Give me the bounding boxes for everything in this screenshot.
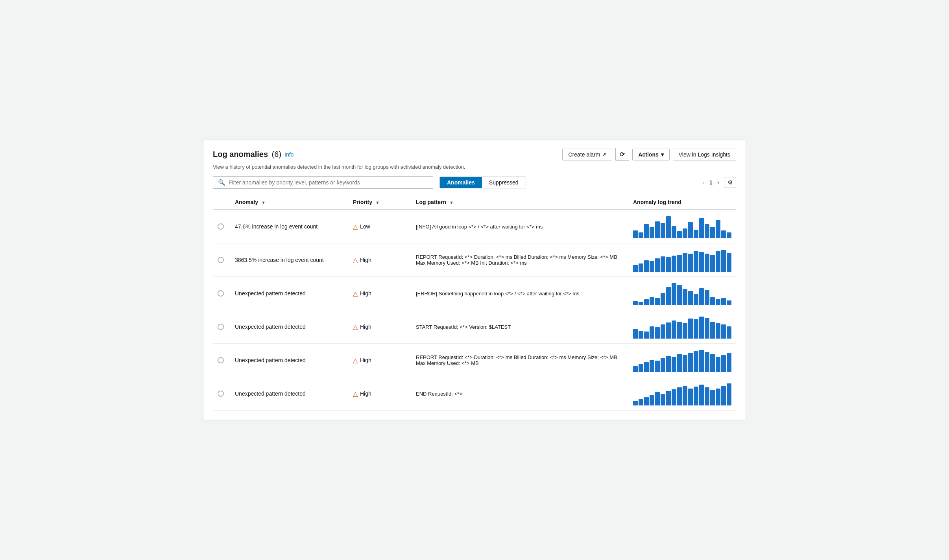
search-box: 🔍	[213, 176, 433, 189]
bar	[644, 397, 649, 405]
table-row: 47.6% increase in log event count△Low[IN…	[213, 210, 736, 243]
refresh-icon: ⟳	[620, 151, 625, 158]
priority-label: High	[360, 324, 371, 330]
priority-cell: △Low	[348, 210, 411, 243]
external-link-icon: ↗	[602, 152, 606, 157]
actions-button[interactable]: Actions ▾	[632, 149, 669, 160]
anomaly-cell: Unexpected pattern detected	[230, 377, 348, 411]
sort-icon-pattern: ▼	[449, 200, 454, 205]
bar	[655, 392, 660, 405]
table-row: 3863.5% increase in log event count△High…	[213, 243, 736, 277]
trend-cell	[628, 243, 736, 277]
view-logs-insights-button[interactable]: View in Logs Insights	[673, 149, 736, 160]
pagination-row: ‹ 1 › ⚙	[700, 177, 736, 188]
row-radio-button[interactable]	[218, 257, 224, 263]
tab-anomalies[interactable]: Anomalies	[440, 177, 482, 188]
bar	[633, 366, 638, 372]
bar	[721, 324, 726, 339]
bar	[677, 285, 682, 305]
tab-suppressed[interactable]: Suppressed	[482, 177, 526, 188]
bar	[699, 385, 704, 405]
log-pattern-cell: END RequestId: <*>	[411, 377, 628, 411]
row-radio-button[interactable]	[218, 357, 224, 363]
prev-page-button[interactable]: ‹	[700, 178, 707, 187]
bar	[633, 401, 638, 405]
low-priority-icon: △	[353, 223, 358, 230]
bar	[699, 317, 704, 339]
bar	[633, 329, 638, 339]
row-radio-button[interactable]	[218, 290, 224, 297]
bar	[710, 255, 715, 272]
bar	[644, 299, 649, 305]
bar	[688, 319, 693, 339]
col-header-log-pattern[interactable]: Log pattern ▼	[411, 195, 628, 210]
bar	[699, 218, 704, 238]
table-row: Unexpected pattern detected△HighREPORT R…	[213, 344, 736, 377]
bar	[639, 331, 643, 339]
settings-button[interactable]: ⚙	[724, 177, 736, 188]
bar	[683, 289, 687, 305]
header-left: Log anomalies (6) Info	[213, 150, 294, 159]
row-radio-button[interactable]	[218, 324, 224, 330]
bar	[688, 254, 693, 272]
bar	[677, 322, 682, 339]
subtitle-text: View a history of potential anomalies de…	[213, 164, 736, 170]
search-input[interactable]	[229, 179, 428, 186]
priority-cell: △High	[348, 377, 411, 411]
info-link[interactable]: Info	[284, 151, 294, 158]
bar	[650, 395, 654, 405]
bar	[677, 387, 682, 405]
bar	[705, 387, 709, 405]
priority-label: High	[360, 290, 371, 297]
bar	[661, 256, 665, 272]
bar	[710, 297, 715, 305]
priority-cell: △High	[348, 344, 411, 377]
high-priority-icon: △	[353, 390, 358, 398]
bar	[644, 332, 649, 339]
bar	[666, 322, 671, 339]
trend-cell	[628, 344, 736, 377]
sort-icon-priority: ▼	[375, 200, 380, 205]
col-header-priority[interactable]: Priority ▼	[348, 195, 411, 210]
bar	[639, 364, 643, 372]
bar	[655, 361, 660, 372]
bar	[699, 252, 704, 272]
bar	[716, 251, 720, 272]
bar-chart	[633, 348, 731, 372]
bar	[633, 265, 638, 272]
high-priority-icon: △	[353, 323, 358, 331]
bar	[639, 399, 643, 405]
refresh-button[interactable]: ⟳	[615, 148, 629, 161]
high-priority-icon: △	[353, 357, 358, 364]
bar	[710, 354, 715, 372]
bar	[644, 260, 649, 272]
bar	[672, 283, 676, 305]
bar	[639, 302, 643, 305]
col-header-anomaly[interactable]: Anomaly ▼	[230, 195, 348, 210]
row-radio-button[interactable]	[218, 223, 224, 230]
bar	[672, 226, 676, 238]
anomaly-cell: Unexpected pattern detected	[230, 310, 348, 344]
bar	[727, 300, 731, 305]
bar	[727, 326, 731, 339]
bar	[710, 322, 715, 339]
bar	[716, 323, 720, 339]
priority-label: High	[360, 257, 371, 263]
bar	[694, 230, 698, 238]
bar	[688, 353, 693, 372]
next-page-button[interactable]: ›	[715, 178, 722, 187]
bar	[683, 323, 687, 339]
anomaly-cell: Unexpected pattern detected	[230, 277, 348, 310]
bar	[666, 356, 671, 372]
row-radio-button[interactable]	[218, 391, 224, 397]
trend-cell	[628, 310, 736, 344]
bar-chart	[633, 315, 731, 339]
bar	[650, 227, 654, 238]
bar	[694, 251, 698, 272]
bar	[721, 355, 726, 372]
bar-chart	[633, 282, 731, 305]
bar	[672, 357, 676, 372]
create-alarm-button[interactable]: Create alarm ↗	[562, 149, 612, 160]
trend-cell	[628, 377, 736, 411]
bar	[661, 293, 665, 305]
